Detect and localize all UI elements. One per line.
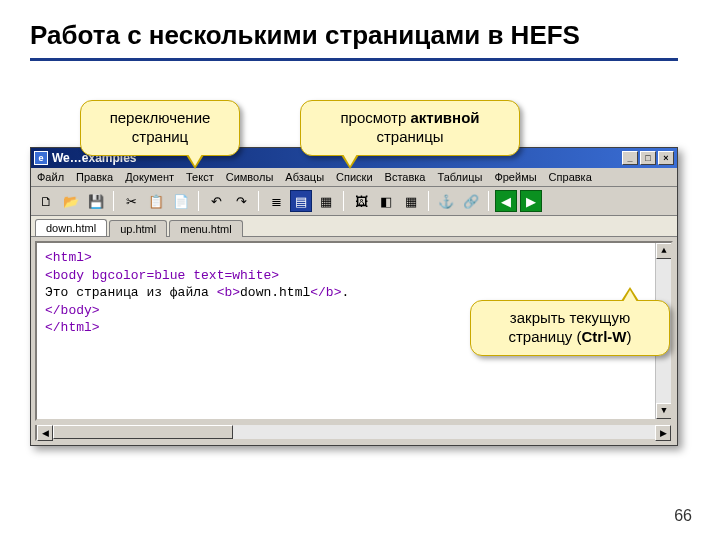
document-tabs: down.html up.html menu.html (31, 216, 677, 237)
forward-icon[interactable]: ▶ (520, 190, 542, 212)
menu-item-text[interactable]: Текст (186, 171, 214, 183)
menu-item-tables[interactable]: Таблицы (437, 171, 482, 183)
maximize-button[interactable]: □ (640, 151, 656, 165)
menubar: Файл Правка Документ Текст Символы Абзац… (31, 168, 677, 187)
menu-item-insert[interactable]: Вставка (385, 171, 426, 183)
callout-text-part: просмотр (340, 109, 410, 126)
open-icon[interactable]: 📂 (60, 190, 82, 212)
menu-item-lists[interactable]: Списки (336, 171, 373, 183)
toolbar-separator (198, 191, 199, 211)
code-text: <body bgcolor=blue text=white> (45, 268, 279, 283)
page-number: 66 (674, 507, 692, 525)
callout-text-bold: активной (410, 109, 479, 126)
code-text: <html> (45, 250, 92, 265)
link-icon[interactable]: 🔗 (460, 190, 482, 212)
menu-item-symbols[interactable]: Символы (226, 171, 274, 183)
close-button[interactable]: × (658, 151, 674, 165)
paste-icon[interactable]: 📄 (170, 190, 192, 212)
scroll-up-icon[interactable]: ▲ (656, 243, 672, 259)
cut-icon[interactable]: ✂ (120, 190, 142, 212)
tab-up-html[interactable]: up.html (109, 220, 167, 237)
callout-text-part: страницы (376, 128, 443, 145)
toolbar-separator (343, 191, 344, 211)
menu-item-edit[interactable]: Правка (76, 171, 113, 183)
toolbar-separator (428, 191, 429, 211)
menu-item-paragraphs[interactable]: Абзацы (285, 171, 324, 183)
multimedia-icon[interactable]: ▦ (400, 190, 422, 212)
new-icon[interactable]: 🗋 (35, 190, 57, 212)
image-icon[interactable]: 🖼 (350, 190, 372, 212)
redo-icon[interactable]: ↷ (230, 190, 252, 212)
list-icon[interactable]: ≣ (265, 190, 287, 212)
toolbar-separator (113, 191, 114, 211)
tab-down-html[interactable]: down.html (35, 219, 107, 236)
editor-window: e We…examples _ □ × Файл Правка Документ… (30, 147, 678, 446)
code-text: . (341, 285, 349, 300)
minimize-button[interactable]: _ (622, 151, 638, 165)
code-text: <b> (217, 285, 240, 300)
menu-item-help[interactable]: Справка (549, 171, 592, 183)
tab-menu-html[interactable]: menu.html (169, 220, 242, 237)
color-icon[interactable]: ◧ (375, 190, 397, 212)
undo-icon[interactable]: ↶ (205, 190, 227, 212)
save-icon[interactable]: 💾 (85, 190, 107, 212)
code-text: </b> (310, 285, 341, 300)
copy-icon[interactable]: 📋 (145, 190, 167, 212)
callout-switch-tabs: переключение страниц (80, 100, 240, 156)
toolbar-separator (488, 191, 489, 211)
horizontal-scrollbar[interactable]: ◀ ▶ (35, 425, 673, 441)
view-edit-icon[interactable]: ▤ (290, 190, 312, 212)
callout-close-current: закрыть текущую страницу (Ctrl-W) (470, 300, 670, 356)
anchor-icon[interactable]: ⚓ (435, 190, 457, 212)
slide-title: Работа с несколькими страницами в HEFS (30, 20, 580, 51)
callout-text-bold: Ctrl-W (581, 328, 626, 345)
toolbar-separator (258, 191, 259, 211)
app-icon: e (34, 151, 48, 165)
callout-text-part: ) (626, 328, 631, 345)
menu-item-document[interactable]: Документ (125, 171, 174, 183)
menu-item-frames[interactable]: Фреймы (494, 171, 536, 183)
code-text: </body> (45, 303, 100, 318)
view-source-icon[interactable]: ▦ (315, 190, 337, 212)
callout-view-active: просмотр активной страницы (300, 100, 520, 156)
title-rule (30, 58, 678, 61)
scroll-down-icon[interactable]: ▼ (656, 403, 672, 419)
scroll-right-icon[interactable]: ▶ (655, 425, 671, 441)
scroll-thumb[interactable] (53, 425, 233, 439)
callout-text: переключение страниц (110, 109, 211, 145)
code-text: </html> (45, 320, 100, 335)
menu-item-file[interactable]: Файл (37, 171, 64, 183)
back-icon[interactable]: ◀ (495, 190, 517, 212)
code-text: down.html (240, 285, 310, 300)
toolbar: 🗋📂💾✂📋📄↶↷≣▤▦🖼◧▦⚓🔗◀▶ (31, 187, 677, 216)
scroll-left-icon[interactable]: ◀ (37, 425, 53, 441)
code-text: Это страница из файла (45, 285, 217, 300)
